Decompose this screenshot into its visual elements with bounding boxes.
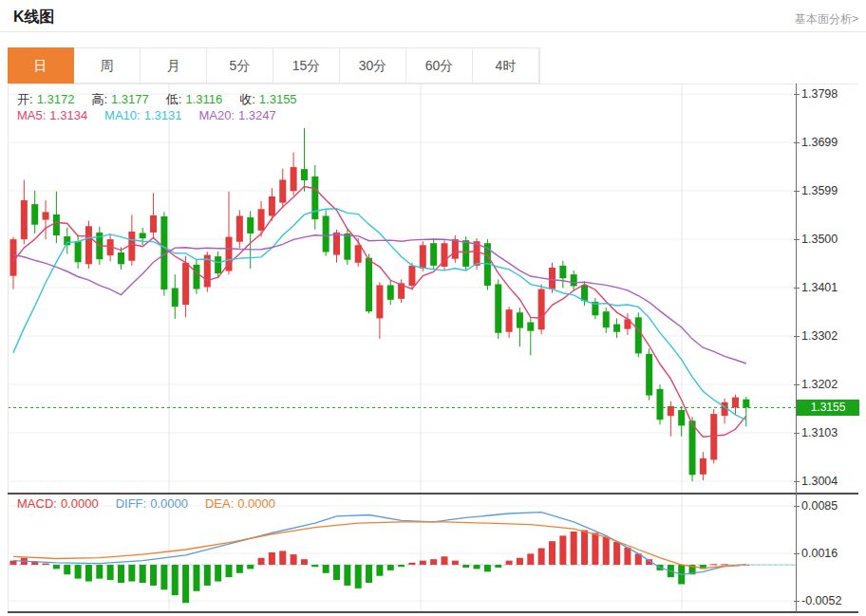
macd-bar xyxy=(323,565,329,573)
candle-body xyxy=(495,284,501,332)
candle-body xyxy=(236,215,243,241)
macd-bar xyxy=(495,565,501,568)
macd-bar xyxy=(538,549,545,566)
candle-body xyxy=(710,414,717,459)
ohlc-high: 高:1.3177 xyxy=(91,92,152,106)
macd-bar xyxy=(96,565,103,579)
macd-bar xyxy=(581,531,588,565)
macd-bar xyxy=(527,553,534,565)
mlg-diff: DIFF:0.0000 xyxy=(116,496,192,511)
macd-bar xyxy=(193,565,199,591)
candle-body xyxy=(344,233,350,260)
macd-bar xyxy=(559,535,566,565)
macd-bar xyxy=(172,565,179,595)
malg-ma10: MA10:1.3131 xyxy=(104,108,185,122)
macd-bar xyxy=(442,556,448,565)
candle-body xyxy=(366,258,372,312)
macd-bar xyxy=(160,565,167,589)
candle-body xyxy=(258,209,265,231)
macd-bar xyxy=(140,565,146,583)
macd-bar xyxy=(398,565,405,567)
macd-bar xyxy=(722,564,728,565)
candle-body xyxy=(118,252,124,264)
candle-body xyxy=(43,212,49,219)
candle-body xyxy=(430,243,437,266)
candle-body xyxy=(517,312,523,327)
macd-bar xyxy=(376,565,383,576)
candle-body xyxy=(333,233,340,255)
candle-body xyxy=(182,263,189,305)
candle-body xyxy=(85,226,92,264)
macd-bar xyxy=(430,559,437,565)
candle-body xyxy=(387,285,394,299)
axis-label: 0.0016 xyxy=(801,547,838,560)
candle-body xyxy=(279,179,286,202)
axis-label: 1.3401 xyxy=(801,281,838,294)
macd-bar xyxy=(182,565,189,603)
candle-body xyxy=(75,241,82,262)
macd-bar xyxy=(150,565,157,586)
candle-body xyxy=(323,215,329,252)
macd-legend: MACD:0.0000DIFF:0.0000DEA:0.0000 xyxy=(17,496,292,511)
candle-body xyxy=(571,274,577,286)
candle-body xyxy=(247,217,254,233)
candle-body xyxy=(646,354,652,396)
axis-label: 1.3699 xyxy=(801,136,838,149)
axis-label: 1.3103 xyxy=(801,426,838,439)
macd-bar xyxy=(484,565,491,571)
candle-body xyxy=(689,420,696,475)
ohlc-legend: 开:1.3172高:1.3177低:1.3116收:1.3155 xyxy=(17,91,314,108)
candle-body xyxy=(732,398,739,408)
candle-body xyxy=(376,285,383,318)
axis-label: -0.0052 xyxy=(801,594,841,607)
axis-label: 1.3202 xyxy=(801,378,838,391)
candle-body xyxy=(700,458,706,475)
candle-body xyxy=(420,245,426,269)
candle-body xyxy=(311,177,318,219)
macd-bar xyxy=(387,565,394,570)
candle-body xyxy=(193,265,199,289)
macd-bar xyxy=(333,565,340,580)
candle-body xyxy=(506,309,513,332)
macd-bar xyxy=(279,551,286,565)
macd-bar xyxy=(75,565,82,579)
candle-body xyxy=(301,169,308,180)
macd-bar xyxy=(506,561,513,565)
candle-body xyxy=(581,285,588,300)
candle-body xyxy=(269,196,275,216)
candle-body xyxy=(462,240,469,267)
candle-body xyxy=(452,239,459,259)
macd-bar xyxy=(613,542,620,565)
macd-bar xyxy=(710,564,717,565)
axis-label: 1.3500 xyxy=(801,233,838,246)
macd-bar xyxy=(452,561,459,565)
macd-bar xyxy=(592,532,598,565)
candle-body xyxy=(613,325,620,332)
macd-bar xyxy=(408,563,415,565)
candle-body xyxy=(172,289,179,308)
malg-ma5: MA5:1.3134 xyxy=(17,108,91,122)
candle-body xyxy=(150,215,157,233)
kline-app: K线图 基本面分析> 日周月5分15分30分60分4时 1.37981.3699… xyxy=(0,0,866,616)
macd-bar xyxy=(301,559,308,565)
macd-bar xyxy=(462,565,469,568)
macd-bar xyxy=(53,565,60,569)
macd-bar xyxy=(355,565,362,588)
candle-body xyxy=(21,200,28,239)
axis-label: 1.3004 xyxy=(801,475,838,488)
candle-body xyxy=(603,311,610,327)
candle-body xyxy=(635,317,642,353)
macd-bar xyxy=(624,548,631,565)
candle-body xyxy=(291,167,297,191)
candle-body xyxy=(678,410,685,425)
axis-label: 1.3798 xyxy=(801,87,838,101)
candle-body xyxy=(743,400,749,408)
candle-body xyxy=(527,322,534,330)
macd-bar xyxy=(118,565,124,583)
macd-bar xyxy=(43,564,49,565)
mlg-macd: MACD:0.0000 xyxy=(17,496,103,511)
candle-body xyxy=(31,204,38,225)
ma-legend: MA5:1.3134MA10:1.3131MA20:1.3247 xyxy=(17,108,293,122)
candle-body xyxy=(538,289,545,330)
macd-bar xyxy=(128,565,135,582)
